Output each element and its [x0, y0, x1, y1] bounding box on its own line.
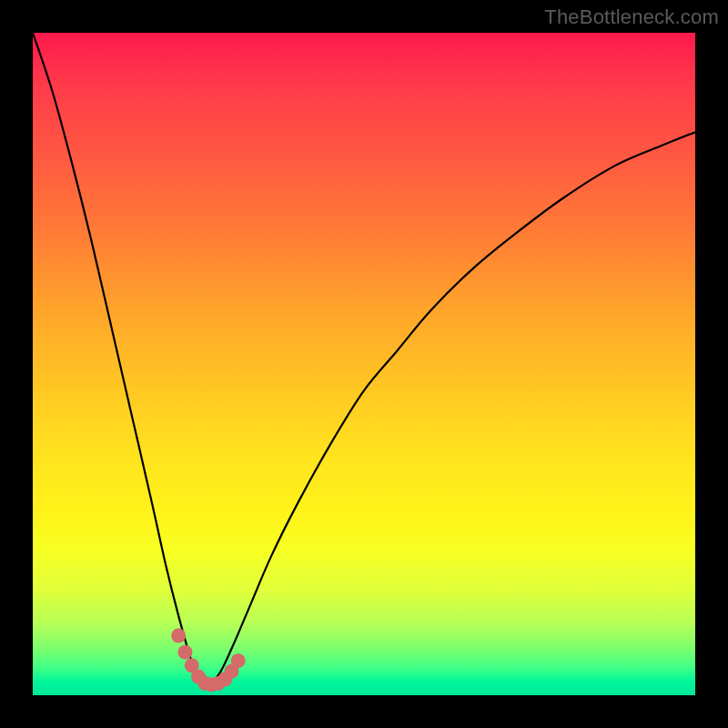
- watermark-text: TheBottleneck.com: [544, 5, 719, 29]
- curve-right-branch: [205, 132, 695, 685]
- minimum-marker: [171, 628, 186, 642]
- chart-frame: TheBottleneck.com: [0, 0, 728, 728]
- minimum-marker: [231, 653, 246, 668]
- minimum-markers: [171, 628, 246, 692]
- chart-svg: [33, 33, 695, 695]
- minimum-marker: [177, 645, 192, 660]
- curve-left-branch: [33, 33, 205, 685]
